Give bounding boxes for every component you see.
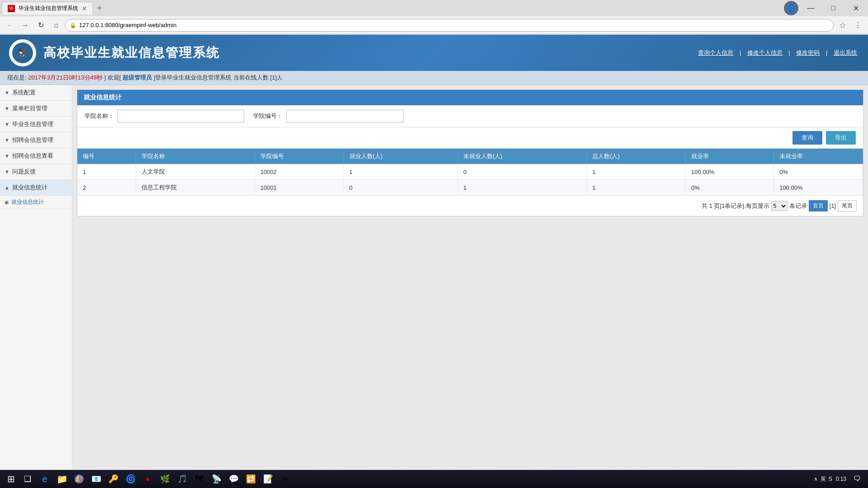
notification-button[interactable]: 🗨 [850,472,864,486]
main-layout: ▼ 系统配置 ▼ 菜单栏目管理 ▼ 毕业生信息管理 ▼ 招聘会信息管理 ▼ 招聘… [0,85,868,469]
active-tab[interactable]: 毕 毕业生就业信息管理系统 ✕ [2,2,93,14]
sidebar-item-job-fair-manage[interactable]: ▼ 招聘会信息管理 [0,132,72,148]
taskbar-spiral-icon[interactable]: 🌀 [123,471,139,487]
status-welcome: ] 欢迎[ [104,74,121,81]
tray-arrow[interactable]: ∧ [814,476,818,482]
taskbar-mail-icon[interactable]: 📧 [88,471,104,487]
sub-icon: ▣ [5,200,9,205]
sidebar-item-system-config[interactable]: ▼ 系统配置 [0,85,72,101]
minimize-button[interactable]: — [800,0,821,16]
taskbar-music-icon[interactable]: 🎵 [174,471,190,487]
back-button[interactable]: ← [4,19,16,32]
logout-link[interactable]: 退出系统 [834,49,857,56]
col-employed: 就业人数(人) [344,149,458,164]
svg-text:🦅: 🦅 [18,47,28,57]
pagination-unit: 条记录 [789,202,807,210]
bookmark-button[interactable]: ☆ [836,19,849,32]
address-bar-wrap: 🔒 [65,19,834,32]
taskbar-scissors-icon[interactable]: ✂ [277,471,293,487]
col-unemployed: 未就业人数(人) [458,149,586,164]
college-code-input[interactable] [286,110,404,122]
col-total: 总人数(人) [587,149,686,164]
sidebar-label: 问题反馈 [12,168,36,176]
college-name-input[interactable] [118,110,244,122]
table-cell: 2 [77,180,136,196]
clock-time: 0:13 [836,476,846,482]
pagination: 共 1 页[1条记录],每页显示 5 10 20 条记录 首页 [1] 尾页 [77,196,863,216]
table-cell: 1 [458,180,586,196]
taskbar-key-icon[interactable]: 🔑 [105,471,122,487]
arrow-icon: ▼ [5,122,9,127]
sys-clock: 0:13 [836,476,846,482]
query-profile-link[interactable]: 查询个人信息 [698,49,733,56]
address-bar-row: ← → ↻ ⌂ 🔒 ☆ ⋮ [0,16,868,34]
sidebar-item-job-fair-view[interactable]: ▼ 招聘会信息查看 [0,148,72,164]
reload-button[interactable]: ↻ [34,19,47,32]
table-header-row: 编号 学院名称 学院编号 就业人数(人) 未就业人数(人) 总人数(人) 就业率… [77,149,863,164]
sidebar-item-menu-manage[interactable]: ▼ 菜单栏目管理 [0,101,72,117]
table-cell: 1 [77,164,136,180]
query-button[interactable]: 查询 [793,131,822,145]
taskbar-icons: e 📁 📧 🔑 🌀 ● 🌿 🎵 🗺 📡 💬 🔁 📝 ✂ [37,471,812,487]
start-button[interactable]: ⊞ [4,474,19,484]
sidebar-item-employment-stats[interactable]: ▲ 就业信息统计 [0,180,72,196]
current-page-indicator: [1] [830,202,836,209]
taskbar-chat-icon[interactable]: 💬 [226,471,242,487]
status-suffix: ]登录毕业生就业信息管理系统 当前在线人数 [1]人 [154,74,283,81]
table-cell: 0% [774,164,863,180]
col-id: 编号 [77,149,136,164]
taskbar-network-icon[interactable]: 📡 [208,471,225,487]
menu-button[interactable]: ⋮ [852,19,864,32]
window-controls: 👤 — □ ✕ [784,0,866,16]
col-employment-rate: 就业率 [686,149,774,164]
panel-title: 就业信息统计 [84,94,122,101]
header-nav: 查询个人信息 | 修改个人信息 | 修改密码 | 退出系统 [696,49,859,57]
edit-profile-link[interactable]: 修改个人信息 [747,49,783,56]
sys-tray: ∧ 英 S [814,475,832,483]
taskbar-chrome-icon[interactable] [71,471,87,487]
sidebar-item-feedback[interactable]: ▼ 问题反馈 [0,164,72,180]
action-row: 查询 导出 [77,127,863,149]
sidebar-label: 菜单栏目管理 [12,104,47,113]
sidebar: ▼ 系统配置 ▼ 菜单栏目管理 ▼ 毕业生信息管理 ▼ 招聘会信息管理 ▼ 招聘… [0,85,72,469]
last-page-button[interactable]: 尾页 [838,200,857,211]
taskbar-map-icon[interactable]: 🗺 [191,471,208,487]
table-cell: 1 [587,180,686,196]
sidebar-label: 系统配置 [12,89,36,97]
taskbar-leaf-icon[interactable]: 🌿 [157,471,173,487]
task-view-button[interactable]: ❑ [20,474,35,484]
per-page-select[interactable]: 5 10 20 [771,201,788,211]
taskbar-doc-icon[interactable]: 📝 [260,471,276,487]
taskbar-red-icon[interactable]: ● [140,471,156,487]
export-button[interactable]: 导出 [826,131,856,145]
tab-favicon: 毕 [8,5,15,12]
change-password-link[interactable]: 修改密码 [796,49,820,56]
sidebar-sub-item-employment-stats[interactable]: ▣ 就业信息统计 [0,196,72,209]
taskbar-sys: ∧ 英 S 0:13 🗨 [814,472,864,486]
new-tab-button[interactable]: + [93,2,106,14]
arrow-icon: ▼ [5,106,9,111]
taskbar-sync-icon[interactable]: 🔁 [243,471,259,487]
maximize-button[interactable]: □ [823,0,844,16]
college-name-label: 学院名称： [85,112,114,120]
table-cell: 信息工程学院 [136,180,255,196]
table-container: 编号 学院名称 学院编号 就业人数(人) 未就业人数(人) 总人数(人) 就业率… [77,149,863,196]
taskbar-explorer-icon[interactable]: 📁 [54,471,70,487]
tab-close-button[interactable]: ✕ [82,5,87,12]
status-bar: 现在是: 2017年3月21日0时13分49秒 ] 欢迎[ 超级管理员 ]登录毕… [0,71,868,85]
arrow-icon: ▼ [5,153,9,159]
home-button[interactable]: ⌂ [50,19,62,32]
taskbar-ie-icon[interactable]: e [37,471,53,487]
table-cell: 10001 [255,180,344,196]
col-college-code: 学院编号 [255,149,344,164]
header-title: 高校毕业生就业信息管理系统 [43,44,220,61]
address-input[interactable] [65,19,834,32]
first-page-button[interactable]: 首页 [809,200,828,211]
forward-button[interactable]: → [19,19,32,32]
panel-header: 就业信息统计 [77,90,863,105]
close-button[interactable]: ✕ [845,0,866,16]
table-row: 1人文学院10002101100.00%0% [77,164,863,180]
sidebar-item-graduate-manage[interactable]: ▼ 毕业生信息管理 [0,117,72,132]
college-code-label: 学院编号： [253,112,283,120]
main-panel: 就业信息统计 学院名称： 学院编号： 查询 导出 [77,89,863,216]
